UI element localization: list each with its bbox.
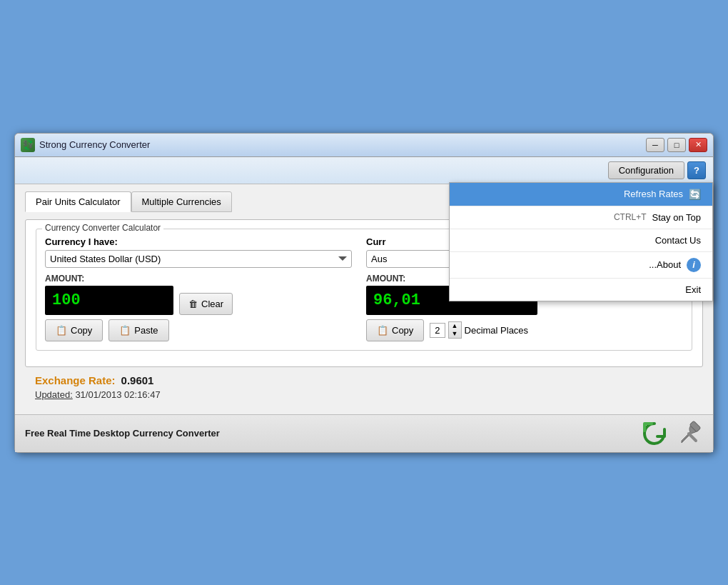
app-icon: 💱 <box>21 138 35 152</box>
about-label: ...About <box>649 259 681 270</box>
refresh-rates-label: Refresh Rates <box>624 189 683 199</box>
amount-input[interactable]: 100 <box>45 286 173 315</box>
configuration-button[interactable]: Configuration <box>608 161 684 179</box>
exchange-rate-label: Exchange Rate: <box>35 374 116 386</box>
refresh-icon: 🔄 <box>689 189 701 200</box>
stay-on-top-shortcut: CTRL+T <box>614 212 647 222</box>
decimal-spinner[interactable]: ▲ ▼ <box>448 321 462 339</box>
exchange-rate-row: Exchange Rate: 0.9601 <box>35 374 693 386</box>
decimal-down-arrow[interactable]: ▼ <box>449 330 461 338</box>
exit-label: Exit <box>685 284 701 295</box>
decimal-value-display: 2 <box>430 323 445 338</box>
decimal-control: 2 ▲ ▼ Decimal Places <box>430 321 528 339</box>
main-window: 💱 Strong Currency Converter ─ □ ✕ Config… <box>14 133 714 453</box>
maximize-button[interactable]: □ <box>667 138 686 152</box>
copy-left-label: Copy <box>71 325 92 336</box>
copy-left-button[interactable]: 📋 Copy <box>45 319 103 341</box>
menu-item-contact-us[interactable]: Contact Us <box>450 229 712 252</box>
exchange-rate-value: 0.9601 <box>121 374 154 386</box>
title-bar-left: 💱 Strong Currency Converter <box>21 138 150 152</box>
svg-line-1 <box>689 434 696 441</box>
left-btn-row: 📋 Copy 📋 Paste <box>45 319 352 341</box>
section-title: Currency Converter Calculator <box>42 223 163 233</box>
currency-have-label: Currency I have: <box>45 236 352 247</box>
copy-right-label: Copy <box>392 325 413 336</box>
paste-icon: 📋 <box>119 325 131 336</box>
copy-right-icon: 📋 <box>377 325 388 336</box>
toolbar: Configuration ? Refresh Rates 🔄 CTRL+T S… <box>15 157 713 184</box>
amount-left-row: 100 🗑 Clear <box>45 286 352 315</box>
footer-text: Free Real Time Desktop Currency Converte… <box>25 428 220 439</box>
right-btn-row: 📋 Copy 2 ▲ ▼ De <box>366 319 683 341</box>
stay-on-top-label: Stay on Top <box>652 212 701 223</box>
clear-label: Clear <box>201 299 223 309</box>
window-controls: ─ □ ✕ <box>646 138 707 152</box>
tab-pair-units[interactable]: Pair Units Calculator <box>25 191 131 212</box>
contact-us-label: Contact Us <box>655 235 701 246</box>
decimal-up-arrow[interactable]: ▲ <box>449 322 461 330</box>
footer-icons <box>640 419 703 448</box>
currency-have-dropdown-arrow <box>338 256 347 261</box>
footer: Free Real Time Desktop Currency Converte… <box>15 414 713 452</box>
menu-item-exit[interactable]: Exit <box>450 279 712 301</box>
updated-row: Updated: 31/01/2013 02:16:47 <box>35 389 693 400</box>
title-bar: 💱 Strong Currency Converter ─ □ ✕ <box>15 134 713 157</box>
refresh-footer-icon[interactable] <box>640 419 669 448</box>
currency-have-select[interactable]: United States Dollar (USD) <box>45 250 352 268</box>
exchange-rate-section: Exchange Rate: 0.9601 Updated: 31/01/201… <box>25 367 703 407</box>
minimize-button[interactable]: ─ <box>646 138 664 152</box>
help-button[interactable]: ? <box>687 161 706 179</box>
updated-value: 31/01/2013 02:16:47 <box>75 389 160 400</box>
menu-item-about[interactable]: ...About i <box>450 252 712 279</box>
decimal-label: Decimal Places <box>465 325 529 336</box>
window-title: Strong Currency Converter <box>39 139 150 150</box>
close-button[interactable]: ✕ <box>689 138 707 152</box>
menu-item-refresh-rates[interactable]: Refresh Rates 🔄 <box>450 183 712 206</box>
menu-item-stay-on-top[interactable]: CTRL+T Stay on Top <box>450 206 712 229</box>
clear-icon: 🗑 <box>188 299 198 309</box>
updated-label: Updated: <box>35 389 73 400</box>
paste-button[interactable]: 📋 Paste <box>108 319 168 341</box>
amount-left-label: AMOUNT: <box>45 274 352 284</box>
clear-button[interactable]: 🗑 Clear <box>179 293 233 315</box>
tools-icon[interactable] <box>674 419 703 448</box>
copy-right-button[interactable]: 📋 Copy <box>366 319 424 341</box>
dropdown-menu: Refresh Rates 🔄 CTRL+T Stay on Top Conta… <box>449 182 713 301</box>
tab-multiple-currencies[interactable]: Multiple Currencies <box>131 191 232 212</box>
decimal-value: 2 <box>435 325 440 336</box>
copy-left-icon: 📋 <box>56 325 67 336</box>
left-column: Currency I have: United States Dollar (U… <box>45 236 352 341</box>
currency-have-value: United States Dollar (USD) <box>50 254 338 264</box>
info-icon: i <box>687 258 701 272</box>
paste-label: Paste <box>134 325 158 336</box>
